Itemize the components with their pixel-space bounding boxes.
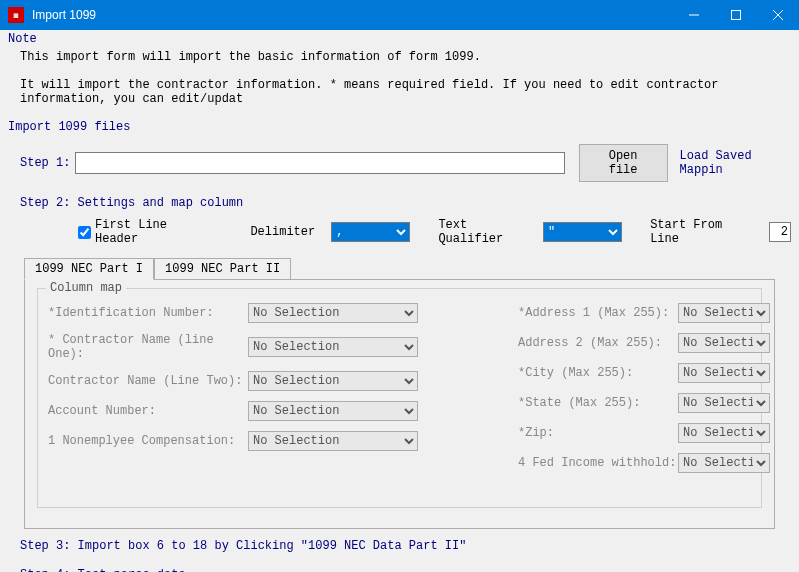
minimize-button[interactable] bbox=[673, 0, 715, 30]
section-title: Import 1099 files bbox=[8, 120, 791, 134]
step2-options: First Line Header Delimiter , Text Quali… bbox=[78, 218, 791, 246]
row-zip: *Zip: No Selection bbox=[518, 423, 770, 443]
step2-label: Step 2: Settings and map column bbox=[20, 196, 791, 210]
close-icon bbox=[773, 10, 783, 20]
note-line-1: This import form will import the basic i… bbox=[20, 50, 791, 64]
row-address1: *Address 1 (Max 255): No Selection bbox=[518, 303, 770, 323]
first-line-header-label: First Line Header bbox=[95, 218, 200, 246]
delimiter-select[interactable]: , bbox=[331, 222, 410, 242]
label-zip: *Zip: bbox=[518, 426, 678, 440]
titlebar: ◙ Import 1099 bbox=[0, 0, 799, 30]
label-account-number: Account Number: bbox=[48, 404, 248, 418]
label-city: *City (Max 255): bbox=[518, 366, 678, 380]
column-map-fieldset: Column map *Identification Number: No Se… bbox=[37, 288, 762, 508]
select-nonemployee[interactable]: No Selection bbox=[248, 431, 418, 451]
tab-nec-part-1[interactable]: 1099 NEC Part I bbox=[24, 258, 154, 280]
step4-label: Step 4: Test parse data bbox=[20, 568, 186, 572]
row-nonemployee: 1 Nonemplyee Compensation: No Selection bbox=[48, 431, 518, 451]
label-state: *State (Max 255): bbox=[518, 396, 678, 410]
select-zip[interactable]: No Selection bbox=[678, 423, 770, 443]
tab-nec-part-2[interactable]: 1099 NEC Part II bbox=[154, 258, 291, 280]
select-contractor-two[interactable]: No Selection bbox=[248, 371, 418, 391]
tabs: 1099 NEC Part I 1099 NEC Part II bbox=[24, 258, 791, 279]
column-map-legend: Column map bbox=[46, 281, 126, 295]
label-fed-income: 4 Fed Income withhold: bbox=[518, 456, 678, 470]
window-content: Note This import form will import the ba… bbox=[0, 30, 799, 572]
row-state: *State (Max 255): No Selection bbox=[518, 393, 770, 413]
select-address1[interactable]: No Selection bbox=[678, 303, 770, 323]
column-map-columns: *Identification Number: No Selection * C… bbox=[48, 303, 751, 483]
select-id-number[interactable]: No Selection bbox=[248, 303, 418, 323]
maximize-button[interactable] bbox=[715, 0, 757, 30]
window-title: Import 1099 bbox=[32, 8, 673, 22]
select-city[interactable]: No Selection bbox=[678, 363, 770, 383]
text-qualifier-label: Text Qualifier bbox=[438, 218, 527, 246]
column-map-left: *Identification Number: No Selection * C… bbox=[48, 303, 518, 483]
first-line-header-checkbox[interactable] bbox=[78, 226, 91, 239]
window-controls bbox=[673, 0, 799, 30]
label-contractor-two: Contractor Name (Line Two): bbox=[48, 374, 248, 388]
row-city: *City (Max 255): No Selection bbox=[518, 363, 770, 383]
app-icon: ◙ bbox=[8, 7, 24, 23]
select-state[interactable]: No Selection bbox=[678, 393, 770, 413]
column-map-right: *Address 1 (Max 255): No Selection Addre… bbox=[518, 303, 770, 483]
select-address2[interactable]: No Selection bbox=[678, 333, 770, 353]
row-fed-income: 4 Fed Income withhold: No Selection bbox=[518, 453, 770, 473]
select-account-number[interactable]: No Selection bbox=[248, 401, 418, 421]
row-id-number: *Identification Number: No Selection bbox=[48, 303, 518, 323]
note-heading: Note bbox=[8, 32, 791, 46]
step4-row: Step 4: Test parse data Test Parse bbox=[8, 553, 791, 572]
select-contractor-one[interactable]: No Selection bbox=[248, 337, 418, 357]
close-button[interactable] bbox=[757, 0, 799, 30]
text-qualifier-select[interactable]: " bbox=[543, 222, 622, 242]
label-contractor-one: * Contractor Name (line One): bbox=[48, 333, 248, 361]
load-saved-mapping-link[interactable]: Load Saved Mappin bbox=[680, 149, 791, 177]
step1-row: Step 1: Open file Load Saved Mappin bbox=[20, 144, 791, 182]
step1-label: Step 1: bbox=[20, 156, 75, 170]
svg-rect-1 bbox=[732, 11, 741, 20]
step3-label: Step 3: Import box 6 to 18 by Clicking "… bbox=[20, 539, 791, 553]
note-line-2: It will import the contractor informatio… bbox=[20, 78, 791, 106]
label-id-number: *Identification Number: bbox=[48, 306, 248, 320]
row-address2: Address 2 (Max 255): No Selection bbox=[518, 333, 770, 353]
select-fed-income[interactable]: No Selection bbox=[678, 453, 770, 473]
label-address1: *Address 1 (Max 255): bbox=[518, 306, 678, 320]
delimiter-label: Delimiter bbox=[250, 225, 315, 239]
start-from-line-label: Start From Line bbox=[650, 218, 745, 246]
row-contractor-one: * Contractor Name (line One): No Selecti… bbox=[48, 333, 518, 361]
start-from-line-input[interactable] bbox=[769, 222, 791, 242]
open-file-button[interactable]: Open file bbox=[579, 144, 668, 182]
label-nonemployee: 1 Nonemplyee Compensation: bbox=[48, 434, 248, 448]
file-path-input[interactable] bbox=[75, 152, 565, 174]
first-line-header-checkbox-wrap[interactable]: First Line Header bbox=[78, 218, 200, 246]
tab-content: Column map *Identification Number: No Se… bbox=[24, 279, 775, 529]
row-contractor-two: Contractor Name (Line Two): No Selection bbox=[48, 371, 518, 391]
minimize-icon bbox=[689, 10, 699, 20]
label-address2: Address 2 (Max 255): bbox=[518, 336, 678, 350]
row-account-number: Account Number: No Selection bbox=[48, 401, 518, 421]
maximize-icon bbox=[731, 10, 741, 20]
